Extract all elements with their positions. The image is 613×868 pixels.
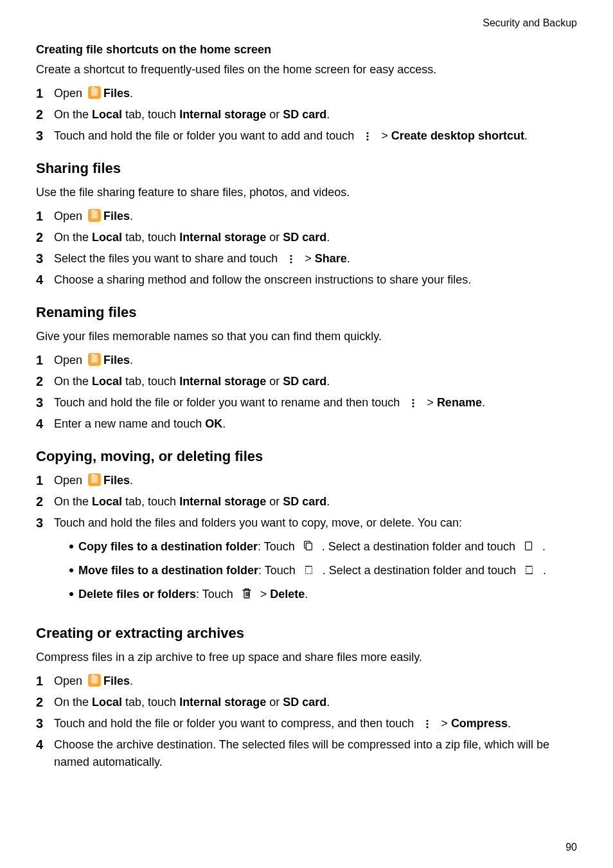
option: SD card [283,375,326,388]
step-text: On the Local tab, touch Internal storage… [54,694,577,711]
text: . [130,674,133,687]
move-icon [301,565,317,576]
step-number: 2 [36,373,48,390]
tab-name: Local [92,495,122,508]
step-text: Enter a new name and touch OK. [54,415,577,433]
heading-renaming-files: Renaming files [36,302,577,323]
step-text: Open Files. [54,352,577,369]
text: . [326,495,330,508]
text: . [326,375,330,388]
action-name: Move files to a destination folder [78,564,258,577]
step-number: 1 [36,472,48,489]
text: or [266,696,283,709]
option: Internal storage [179,231,266,244]
intro-sharing-files: Use the file sharing feature to share fi… [36,184,577,201]
text: On the [54,495,92,508]
option: SD card [283,495,326,508]
text: Touch and hold the file or folder you wa… [54,396,403,409]
option: SD card [283,231,326,244]
tab-name: Local [92,696,122,709]
text: . [482,396,485,409]
text: Touch and hold the file or folder you wa… [54,129,357,142]
text: . [326,696,330,709]
text: . [130,87,133,100]
separator: > [257,588,271,601]
text: . [539,540,546,553]
text: : Touch [258,564,299,577]
step-text: Choose a sharing method and follow the o… [54,271,577,289]
text: Select the files you want to share and t… [54,252,281,265]
text: : Touch [196,588,236,601]
files-app-icon [88,86,101,99]
copy-icon [301,541,316,552]
page-header-section: Security and Backup [36,15,577,31]
bullet-dot [69,545,73,548]
step-number: 4 [36,736,48,753]
app-name: Files [103,210,130,222]
text: : Touch [258,540,298,553]
tab-name: Local [92,375,122,388]
files-app-icon [88,473,101,486]
page-number: 90 [565,840,577,855]
text: tab, touch [122,231,179,244]
action-name: Copy files to a destination folder [78,540,258,553]
step-number: 2 [36,493,48,510]
step-number: 3 [36,514,48,531]
app-name: Files [103,354,130,366]
option: SD card [283,108,326,121]
text: Touch and hold the files and folders you… [54,516,462,529]
step-text: Touch and hold the file or folder you wa… [54,715,577,732]
text: . [508,717,511,730]
files-app-icon [88,353,101,366]
menu-item: Rename [437,396,482,409]
step-text: On the Local tab, touch Internal storage… [54,229,577,246]
app-name: Files [103,474,130,487]
intro-create-shortcuts: Create a shortcut to frequently-used fil… [36,61,577,78]
text: On the [54,375,92,388]
step-number: 3 [36,127,48,144]
text: or [266,231,283,244]
intro-renaming-files: Give your files memorable names so that … [36,328,577,345]
trash-icon [239,587,254,600]
text: or [266,495,283,508]
step-text: Touch and hold the files and folders you… [54,514,577,610]
option: SD card [283,696,326,709]
step-text: Select the files you want to share and t… [54,250,577,267]
step-number: 4 [36,271,48,288]
text: . [347,252,350,265]
step-text: Choose the archive destination. The sele… [54,736,577,771]
text: or [266,375,283,388]
option: Internal storage [179,108,266,121]
more-vert-icon [283,254,299,264]
menu-item: Delete [270,588,305,601]
step-number: 1 [36,85,48,102]
step-text: Open Files. [54,673,577,690]
step-number: 3 [36,250,48,267]
step-number: 2 [36,694,48,710]
step-number: 1 [36,673,48,689]
intro-archives: Compress files in a zip archive to free … [36,649,577,666]
heading-create-shortcuts: Creating file shortcuts on the home scre… [36,41,577,59]
bullet-text: Delete files or folders: Touch > Delete. [78,586,577,603]
step-number: 2 [36,106,48,123]
step-number: 2 [36,229,48,246]
text: . [222,417,226,430]
step-number: 3 [36,394,48,411]
separator: > [378,129,391,142]
text: tab, touch [122,696,179,709]
step-number: 3 [36,715,48,732]
separator: > [301,252,315,265]
text: Open [54,87,85,100]
step-text: On the Local tab, touch Internal storage… [54,106,577,123]
bullet-text: Move files to a destination folder: Touc… [78,562,577,579]
step-text: Open Files. [54,208,577,225]
menu-item: Compress [451,717,508,730]
text: or [266,108,283,121]
bullet-dot [69,568,73,572]
text: . [130,474,133,487]
text: . [326,108,330,121]
step-text: On the Local tab, touch Internal storage… [54,373,577,390]
text: . [130,210,133,222]
step-number: 1 [36,208,48,224]
heading-archives: Creating or extracting archives [36,622,577,644]
